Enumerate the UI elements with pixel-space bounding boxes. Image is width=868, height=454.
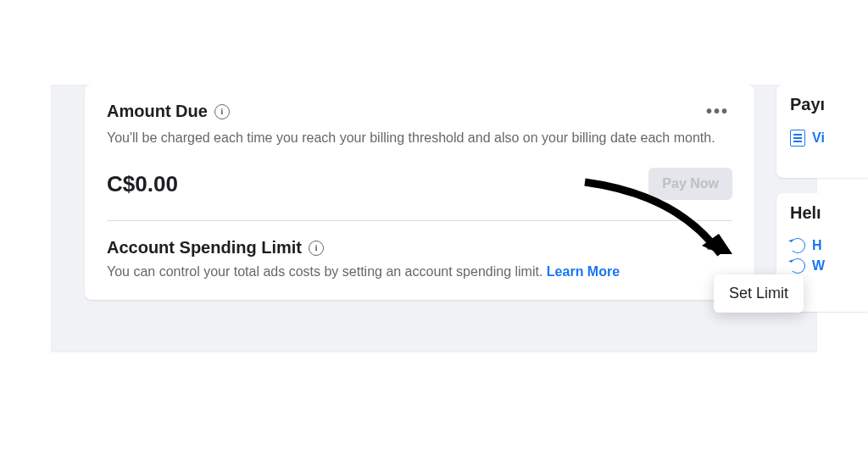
amount-due-header: Amount Due i ••• (107, 100, 732, 123)
pay-now-button[interactable]: Pay Now (648, 168, 732, 200)
help-title: Helı (790, 203, 854, 223)
amount-row: C$0.00 Pay Now (107, 168, 732, 200)
view-payments-link: Vi (812, 130, 825, 146)
spending-limit-description: You can control your total ads costs by … (107, 264, 732, 280)
spending-limit-title: Account Spending Limit (107, 238, 302, 257)
amount-due-description: You'll be charged each time you reach yo… (107, 128, 717, 147)
help-link-2-text: W (812, 258, 825, 274)
spending-limit-description-text: You can control your total ads costs by … (107, 264, 547, 279)
learn-more-link[interactable]: Learn More (547, 264, 620, 279)
payment-methods-card: Payı Vi (776, 85, 868, 178)
help-link-1[interactable]: H (790, 238, 854, 253)
more-icon[interactable]: ••• (703, 100, 732, 123)
refresh-icon (790, 238, 805, 253)
payment-methods-title: Payı (790, 95, 854, 114)
spending-limit-title-row: Account Spending Limit i (107, 238, 324, 257)
refresh-icon (790, 258, 805, 274)
divider (107, 220, 732, 221)
more-icon[interactable]: ••• (703, 236, 732, 259)
info-icon[interactable]: i (309, 241, 324, 256)
set-limit-menu-item[interactable]: Set Limit (714, 274, 804, 313)
help-link-2[interactable]: W (790, 258, 854, 274)
amount-due-value: C$0.00 (107, 171, 178, 197)
amount-due-title-row: Amount Due i (107, 102, 230, 121)
document-icon (790, 130, 805, 147)
view-payments-link-row[interactable]: Vi (790, 130, 854, 147)
info-icon[interactable]: i (214, 104, 230, 119)
billing-card: Amount Due i ••• You'll be charged each … (85, 85, 754, 300)
help-link-1-text: H (812, 238, 822, 253)
amount-due-title: Amount Due (107, 102, 208, 121)
spending-limit-header: Account Spending Limit i ••• (107, 236, 732, 259)
